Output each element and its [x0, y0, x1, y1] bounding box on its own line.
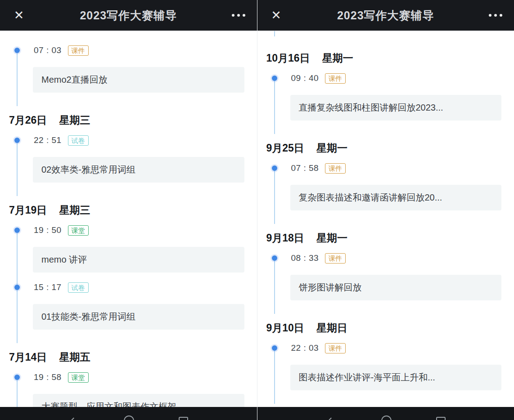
nav-recents-icon[interactable]: [436, 417, 446, 420]
entry-time: 19 : 50: [34, 225, 62, 235]
nav-back-icon[interactable]: [325, 417, 336, 420]
timeline-entry: 19 : 50课堂memo 讲评: [0, 224, 257, 273]
close-icon[interactable]: ✕: [9, 0, 29, 31]
timeline-day-group: 7月14日星期五19 : 58课堂大赛题型，应用文和图表作文框架: [0, 350, 257, 413]
timeline-card[interactable]: Memo2直播回放: [33, 67, 244, 93]
timeline-card[interactable]: memo 讲评: [33, 247, 244, 273]
close-icon[interactable]: ✕: [266, 0, 286, 31]
timeline-dot-icon: [14, 285, 20, 290]
type-badge: 课件: [325, 253, 346, 264]
timeline-entry: 22 : 03课件图表描述作业讲评-海平面上升和...: [257, 342, 514, 390]
weekday-label: 星期三: [59, 204, 90, 216]
timeline-dot-icon: [272, 165, 277, 171]
weekday-label: 星期一: [316, 232, 347, 244]
timeline-day-group: 7月26日星期三22 : 51试卷02效率类-雅思常用词组: [0, 113, 257, 183]
timeline-entry: 08 : 33课件饼形图讲解回放: [257, 252, 514, 300]
weekday-label: 星期日: [316, 322, 347, 334]
entry-meta: 19 : 58课堂: [34, 371, 257, 383]
timeline-entries: 19 : 50课堂memo 讲评15 : 17试卷01技能类-雅思常用词组: [0, 224, 257, 330]
app-header: ✕ 2023写作大赛辅导: [0, 0, 257, 31]
timeline-entries: 07 : 03课件Memo2直播回放: [0, 45, 257, 93]
screenshot-left-panel: ✕ 2023写作大赛辅导 07 : 03课件Memo2直播回放7月26日星期三2…: [0, 0, 257, 420]
more-menu-icon[interactable]: [489, 0, 502, 31]
type-badge: 课堂: [68, 225, 89, 236]
timeline-day-group: 7月19日星期三19 : 50课堂memo 讲评15 : 17试卷01技能类-雅…: [0, 203, 257, 330]
date-header: 10月16日星期一: [266, 51, 514, 65]
type-badge: 课堂: [68, 372, 89, 383]
entry-meta: 08 : 33课件: [291, 252, 514, 264]
nav-home-icon[interactable]: [124, 416, 134, 420]
date-header: 9月10日星期日: [266, 321, 514, 335]
nav-recents-icon[interactable]: [179, 417, 188, 420]
date-label: 7月14日: [9, 351, 47, 363]
timeline-card[interactable]: 01技能类-雅思常用词组: [33, 304, 244, 330]
timeline-day-group: 9月10日星期日22 : 03课件图表描述作业讲评-海平面上升和...: [257, 321, 514, 390]
timeline-entries: 22 : 51试卷02效率类-雅思常用词组: [0, 134, 257, 183]
date-label: 7月26日: [9, 114, 47, 126]
weekday-label: 星期一: [316, 142, 347, 154]
timeline-content: 10月16日星期一09 : 40课件直播复杂线图和柱图讲解回放2023...9月…: [257, 31, 514, 407]
entry-meta: 22 : 51试卷: [34, 134, 257, 146]
date-label: 7月19日: [9, 204, 47, 216]
entry-meta: 15 : 17试卷: [34, 281, 257, 293]
timeline-entry: 22 : 51试卷02效率类-雅思常用词组: [0, 134, 257, 183]
timeline-card[interactable]: 图表描述作业讲评-海平面上升和...: [290, 365, 502, 390]
entry-meta: 09 : 40课件: [291, 72, 514, 84]
timeline-card[interactable]: 02效率类-雅思常用词组: [33, 157, 244, 183]
stitched-screenshots: ✕ 2023写作大赛辅导 07 : 03课件Memo2直播回放7月26日星期三2…: [0, 0, 514, 420]
timeline-dot-icon: [272, 345, 277, 351]
more-menu-icon[interactable]: [232, 0, 245, 31]
entry-time: 07 : 03: [34, 45, 62, 55]
timeline-dot-icon: [14, 375, 20, 380]
type-badge: 课件: [68, 45, 89, 56]
timeline-day-group: 9月25日星期一07 : 58课件复杂图表描述和邀请函讲解回放20...: [257, 141, 514, 210]
timeline-day-group: 9月18日星期一08 : 33课件饼形图讲解回放: [257, 231, 514, 300]
date-header: 7月14日星期五: [9, 350, 257, 364]
android-nav-bar: [0, 407, 257, 420]
entry-time: 08 : 33: [291, 253, 319, 263]
timeline-entry: 15 : 17试卷01技能类-雅思常用词组: [0, 281, 257, 330]
entry-meta: 19 : 50课堂: [34, 224, 257, 236]
weekday-label: 星期一: [322, 52, 353, 64]
timeline-content: 07 : 03课件Memo2直播回放7月26日星期三22 : 51试卷02效率类…: [0, 31, 257, 413]
timeline-day-group: 07 : 03课件Memo2直播回放: [0, 45, 257, 93]
nav-back-icon[interactable]: [68, 417, 79, 420]
entry-time: 07 : 58: [291, 163, 319, 173]
timeline-card[interactable]: 复杂图表描述和邀请函讲解回放20...: [290, 185, 502, 210]
type-badge: 试卷: [68, 135, 89, 146]
date-label: 9月25日: [266, 142, 304, 154]
type-badge: 课件: [325, 343, 346, 353]
date-label: 9月10日: [266, 322, 304, 334]
entry-meta: 07 : 58课件: [291, 162, 514, 174]
weekday-label: 星期五: [59, 351, 90, 363]
timeline-dot-icon: [14, 228, 20, 233]
timeline-entries: 08 : 33课件饼形图讲解回放: [257, 252, 514, 300]
timeline-card[interactable]: 饼形图讲解回放: [290, 275, 502, 300]
timeline-entries: 09 : 40课件直播复杂线图和柱图讲解回放2023...: [257, 72, 514, 121]
entry-meta: 07 : 03课件: [34, 45, 257, 56]
nav-home-icon[interactable]: [381, 416, 392, 420]
entry-time: 22 : 51: [34, 135, 62, 145]
entry-time: 09 : 40: [291, 73, 319, 83]
date-label: 9月18日: [266, 232, 304, 244]
date-header: 7月26日星期三: [9, 113, 257, 127]
date-header: 9月25日星期一: [266, 141, 514, 155]
entry-time: 15 : 17: [34, 282, 62, 292]
screenshot-right-panel: ✕ 2023写作大赛辅导 10月16日星期一09 : 40课件直播复杂线图和柱图…: [257, 0, 514, 420]
timeline-card[interactable]: 直播复杂线图和柱图讲解回放2023...: [290, 95, 502, 121]
type-badge: 课件: [325, 163, 346, 174]
timeline-entry: 07 : 03课件Memo2直播回放: [0, 45, 257, 93]
date-header: 7月19日星期三: [9, 203, 257, 217]
timeline-dot-icon: [14, 48, 20, 53]
page-title: 2023写作大赛辅导: [337, 8, 434, 23]
timeline-dot-icon: [272, 76, 277, 81]
date-header: 9月18日星期一: [266, 231, 514, 245]
timeline-dot-icon: [14, 138, 20, 143]
page-title: 2023写作大赛辅导: [80, 8, 177, 23]
entry-time: 22 : 03: [291, 343, 319, 353]
date-label: 10月16日: [266, 52, 310, 64]
timeline-day-group: 10月16日星期一09 : 40课件直播复杂线图和柱图讲解回放2023...: [257, 51, 514, 121]
weekday-label: 星期三: [59, 114, 90, 126]
android-nav-bar: [257, 407, 514, 420]
timeline-entry: 09 : 40课件直播复杂线图和柱图讲解回放2023...: [257, 72, 514, 121]
